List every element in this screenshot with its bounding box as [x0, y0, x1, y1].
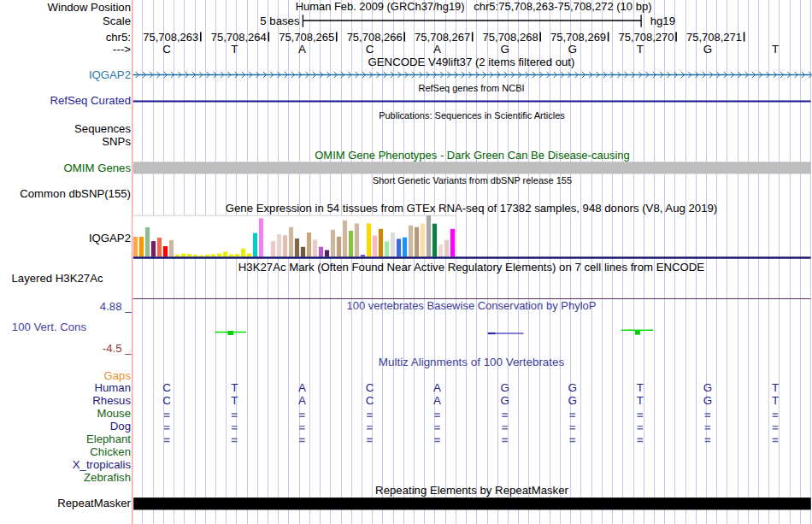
- svg-text:Window Position: Window Position: [48, 1, 131, 14]
- svg-text:Zebrafish: Zebrafish: [84, 471, 131, 484]
- svg-text:G: G: [568, 394, 577, 407]
- svg-text:C: C: [162, 43, 171, 56]
- svg-text:75,708,267: 75,708,267: [415, 31, 470, 44]
- svg-text:5 bases: 5 bases: [260, 15, 300, 27]
- svg-text:75,708,266: 75,708,266: [347, 31, 403, 44]
- svg-text:T: T: [231, 394, 238, 407]
- svg-text:Multiz Alignments of 100 Verte: Multiz Alignments of 100 Vertebrates: [379, 356, 565, 368]
- svg-text:C: C: [366, 394, 374, 407]
- svg-text:hg19: hg19: [650, 15, 675, 27]
- svg-text:chr5:75,708,263-75,708,272 (10: chr5:75,708,263-75,708,272 (10 bp): [474, 0, 651, 13]
- svg-text:OMIM Genes: OMIM Genes: [64, 162, 132, 174]
- svg-text:G: G: [703, 43, 712, 56]
- svg-text:-4.5 _: -4.5 _: [103, 342, 132, 355]
- svg-text:Dog: Dog: [110, 420, 131, 433]
- svg-text:G: G: [568, 43, 577, 56]
- svg-text:4.88 _: 4.88 _: [100, 300, 132, 313]
- svg-text:Common dbSNP(155): Common dbSNP(155): [20, 187, 131, 200]
- svg-text:SNPs: SNPs: [102, 135, 131, 148]
- svg-text:75,708,270: 75,708,270: [619, 31, 674, 44]
- svg-text:IQGAP2: IQGAP2: [89, 68, 131, 81]
- svg-text:C: C: [162, 381, 171, 394]
- svg-text:75,708,268: 75,708,268: [483, 31, 538, 44]
- svg-text:100 vertebrates Basewise Conse: 100 vertebrates Basewise Conservation by…: [347, 299, 597, 312]
- svg-text:75,708,264: 75,708,264: [211, 31, 267, 44]
- svg-text:100 Vert. Cons: 100 Vert. Cons: [12, 321, 87, 333]
- svg-text:G: G: [500, 381, 509, 394]
- svg-text:chr5:: chr5:: [106, 31, 131, 44]
- svg-text:RefSeq Curated: RefSeq Curated: [50, 94, 131, 107]
- svg-text:A: A: [298, 394, 306, 407]
- svg-text:75,708,263: 75,708,263: [143, 31, 198, 44]
- svg-text:Scale: Scale: [103, 15, 131, 27]
- svg-text:A: A: [433, 394, 441, 407]
- svg-text:T: T: [772, 381, 779, 394]
- svg-text:OMIM Gene Phenotypes - Dark Gr: OMIM Gene Phenotypes - Dark Green Can Be…: [315, 149, 630, 162]
- svg-text:Gaps: Gaps: [103, 369, 131, 382]
- svg-text:G: G: [703, 381, 712, 394]
- svg-text:Publications: Sequences in Sci: Publications: Sequences in Scientific Ar…: [379, 110, 565, 121]
- svg-text:Gene Expression in 54 tissues: Gene Expression in 54 tissues from GTEx …: [226, 202, 717, 215]
- svg-text:C: C: [366, 43, 374, 56]
- svg-text:G: G: [568, 381, 577, 394]
- svg-text:IQGAP2: IQGAP2: [89, 232, 131, 244]
- svg-text:Rhesus: Rhesus: [92, 394, 131, 407]
- svg-text:GENCODE V49lift37 (2 items fil: GENCODE V49lift37 (2 items filtered out): [368, 56, 575, 68]
- svg-text:C: C: [162, 394, 171, 407]
- svg-text:G: G: [500, 394, 509, 407]
- svg-text:Repeating Elements by RepeatMa: Repeating Elements by RepeatMasker: [375, 484, 568, 497]
- svg-text:RefSeq genes from NCBI: RefSeq genes from NCBI: [418, 83, 524, 93]
- svg-text:T: T: [637, 381, 644, 394]
- svg-text:G: G: [703, 394, 712, 407]
- svg-text:T: T: [637, 394, 644, 407]
- svg-text:T: T: [231, 43, 238, 56]
- svg-text:A: A: [433, 43, 441, 56]
- svg-text:T: T: [772, 394, 779, 407]
- svg-text:RepeatMasker: RepeatMasker: [57, 497, 131, 509]
- svg-text:Mouse: Mouse: [97, 407, 131, 420]
- svg-text:75,708,269: 75,708,269: [550, 31, 606, 44]
- svg-text:Elephant: Elephant: [86, 433, 131, 445]
- svg-text:X_tropicalis: X_tropicalis: [73, 458, 132, 471]
- svg-text:Chicken: Chicken: [90, 445, 131, 458]
- svg-text:75,708,265: 75,708,265: [279, 31, 334, 44]
- svg-text:--->: --->: [113, 43, 131, 56]
- svg-text:Human: Human: [94, 381, 131, 394]
- svg-text:T: T: [772, 43, 779, 56]
- svg-text:Human Feb. 2009 (GRCh37/hg19): Human Feb. 2009 (GRCh37/hg19): [296, 0, 465, 13]
- svg-text:A: A: [298, 381, 306, 394]
- svg-text:A: A: [433, 381, 441, 394]
- svg-text:75,708,271: 75,708,271: [686, 31, 742, 44]
- svg-text:Layered H3K27Ac: Layered H3K27Ac: [12, 272, 103, 285]
- svg-text:C: C: [366, 381, 374, 394]
- svg-text:T: T: [637, 43, 644, 56]
- svg-text:Sequences: Sequences: [74, 122, 131, 135]
- svg-text:A: A: [298, 43, 306, 56]
- svg-text:H3K27Ac Mark (Often Found Near: H3K27Ac Mark (Often Found Near Active Re…: [238, 261, 705, 274]
- svg-text:T: T: [231, 381, 238, 394]
- svg-text:G: G: [500, 43, 509, 56]
- svg-text:Short Genetic Variants from db: Short Genetic Variants from dbSNP releas…: [373, 175, 572, 185]
